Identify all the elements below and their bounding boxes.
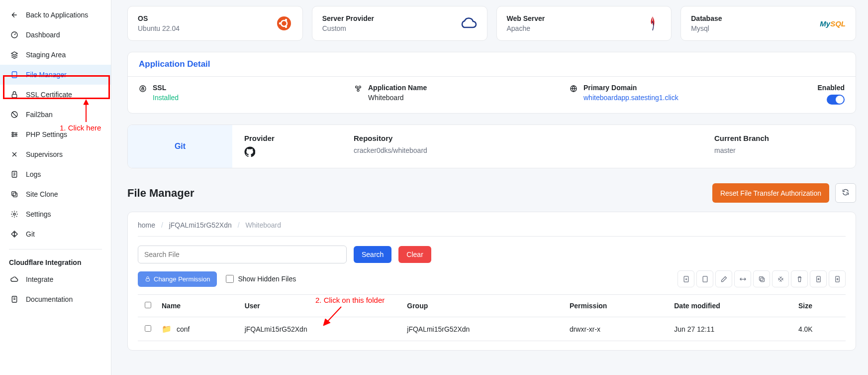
enabled-toggle[interactable] (827, 95, 845, 105)
document-icon (10, 170, 19, 179)
svg-rect-22 (142, 88, 144, 90)
row-group: jFQALmi15rG52Xdn (403, 317, 566, 341)
nav-file-manager[interactable]: File Manager (0, 65, 111, 85)
ssl-label: SSL (153, 84, 179, 92)
row-date: Jun 27 12:11 (670, 317, 794, 341)
nav-back[interactable]: Back to Applications (0, 5, 111, 25)
svg-point-10 (13, 213, 15, 215)
new-folder-button[interactable] (696, 270, 713, 287)
row-user: jFQALmi15rG52Xdn (241, 317, 403, 341)
compress-button[interactable] (772, 270, 789, 287)
git-icon (10, 230, 19, 239)
nav-label: Documentation (26, 295, 73, 303)
os-card: OS Ubuntu 22.04 (127, 6, 303, 41)
domain-label: Primary Domain (583, 84, 678, 92)
show-hidden-checkbox[interactable] (226, 275, 234, 283)
arrow-left-icon (10, 10, 19, 19)
nav-integrate[interactable]: Integrate (0, 269, 111, 289)
svg-rect-9 (13, 193, 17, 197)
nav-staging[interactable]: Staging Area (0, 45, 111, 65)
row-size: 4.0K (794, 317, 846, 341)
search-input[interactable] (138, 246, 347, 263)
git-repo-label: Repository (354, 134, 714, 142)
svg-point-5 (15, 134, 17, 135)
show-hidden-wrapper[interactable]: Show Hidden Files (226, 275, 296, 283)
ban-icon (10, 110, 19, 119)
delete-button[interactable] (791, 270, 808, 287)
nav-dashboard[interactable]: Dashboard (0, 25, 111, 45)
reset-transfer-button[interactable]: Reset File Transfer Authorization (712, 183, 829, 203)
breadcrumb-home[interactable]: home (138, 221, 155, 229)
nav-supervisors[interactable]: Supervisors (0, 144, 111, 164)
nav-label: SSL Certificate (26, 91, 72, 99)
os-card-value: Ubuntu 22.04 (138, 24, 180, 32)
move-button[interactable] (734, 270, 751, 287)
refresh-icon (842, 188, 850, 196)
table-row[interactable]: 📁conf jFQALmi15rG52Xdn jFQALmi15rG52Xdn … (138, 317, 846, 341)
nav-git[interactable]: Git (0, 224, 111, 244)
doc-icon (10, 295, 19, 304)
globe-icon (570, 85, 579, 94)
svg-point-25 (357, 89, 359, 91)
database-card: Database Mysql MySQL (680, 6, 856, 41)
app-icon (354, 85, 363, 94)
svg-rect-27 (146, 279, 150, 281)
nav-settings[interactable]: Settings (0, 204, 111, 224)
app-detail-section: Application Detail SSL Installed Applica… (127, 52, 856, 114)
row-checkbox[interactable] (145, 325, 151, 332)
apache-feather-icon (644, 15, 661, 32)
clear-button[interactable]: Clear (398, 246, 431, 263)
nav-ssl[interactable]: SSL Certificate (0, 85, 111, 105)
svg-point-6 (12, 135, 13, 137)
th-name: Name (158, 295, 241, 317)
search-button[interactable]: Search (354, 246, 391, 263)
th-perm: Permission (566, 295, 670, 317)
svg-point-18 (279, 22, 281, 24)
copy-button[interactable] (753, 270, 770, 287)
toolbar-icons (677, 270, 846, 287)
nav-separator (9, 249, 102, 250)
domain-value[interactable]: whiteboardapp.satesting1.click (583, 94, 678, 102)
git-tab[interactable]: Git (128, 125, 232, 168)
info-cards-row: OS Ubuntu 22.04 Server Provider Custom W… (127, 6, 856, 41)
upload-button[interactable] (829, 270, 846, 287)
nav-label: Logs (26, 170, 41, 178)
change-permission-button[interactable]: Change Permission (138, 271, 217, 287)
ssl-lock-icon (139, 85, 148, 94)
show-hidden-label: Show Hidden Files (238, 275, 296, 283)
main-content: OS Ubuntu 22.04 Server Provider Custom W… (111, 0, 868, 375)
select-all-checkbox[interactable] (145, 302, 151, 308)
file-icon (10, 70, 19, 79)
th-size: Size (794, 295, 846, 317)
nav-logs[interactable]: Logs (0, 164, 111, 184)
cloud-outline-icon (460, 15, 477, 32)
sliders-icon (10, 130, 19, 139)
th-date: Date modified (670, 295, 794, 317)
nav-label: Dashboard (26, 31, 60, 39)
lock-icon (10, 90, 19, 99)
layers-icon (10, 50, 19, 59)
row-perm: drwxr-xr-x (566, 317, 670, 341)
th-user: User (241, 295, 403, 317)
app-detail-heading: Application Detail (128, 52, 856, 76)
provider-card-value: Custom (322, 24, 374, 32)
edit-button[interactable] (715, 270, 732, 287)
new-file-button[interactable] (677, 270, 694, 287)
breadcrumb-user[interactable]: jFQALmi15rG52Xdn (169, 221, 232, 229)
ubuntu-icon (276, 15, 292, 32)
nav-label: File Manager (26, 71, 67, 79)
download-button[interactable] (810, 270, 827, 287)
nav-documentation[interactable]: Documentation (0, 289, 111, 309)
database-card-value: Mysql (691, 24, 722, 32)
breadcrumb: home / jFQALmi15rG52Xdn / Whiteboard (138, 221, 846, 237)
nav-site-clone[interactable]: Site Clone (0, 184, 111, 204)
nav-php[interactable]: PHP Settings (0, 125, 111, 144)
folder-icon: 📁 (162, 325, 172, 333)
cloudflare-heading: Cloudflare Integration (0, 254, 111, 269)
git-section: Git Provider Repository cracker0dks/whit… (127, 125, 856, 168)
svg-rect-30 (759, 276, 763, 280)
git-repo-value: cracker0dks/whiteboard (354, 146, 714, 154)
nav-fail2ban[interactable]: Fail2ban (0, 105, 111, 125)
svg-rect-31 (761, 278, 765, 282)
refresh-button[interactable] (835, 183, 856, 203)
